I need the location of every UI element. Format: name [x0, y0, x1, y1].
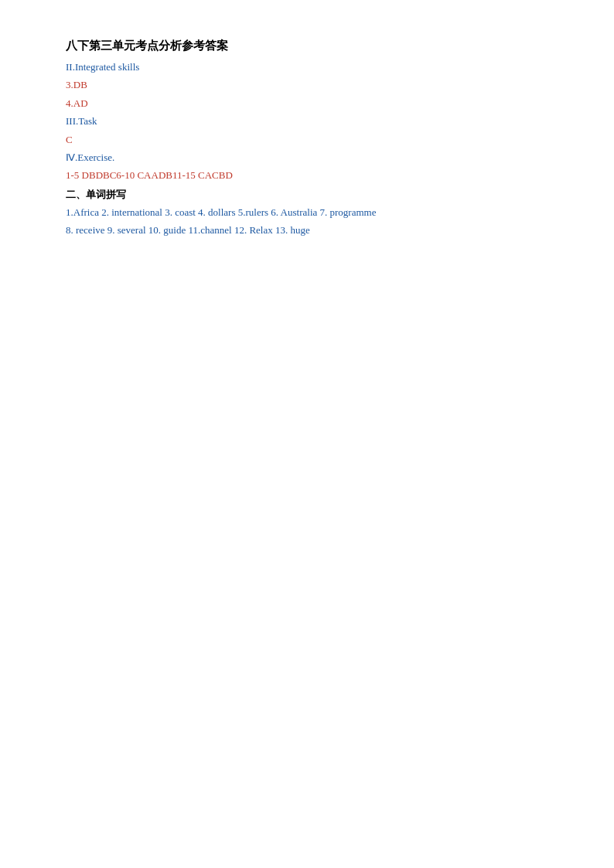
item-answers: 1-5 DBDBC6-10 CAADB11-15 CACBD	[66, 166, 548, 184]
item-3db: 3.DB	[66, 76, 548, 94]
page-content: 八下第三单元考点分析参考答案 II.Integrated skills 3.DB…	[0, 0, 614, 868]
item-c: C	[66, 131, 548, 148]
spelling-row2: 8. receive 9. several 10. guide 11.chann…	[66, 221, 548, 239]
section2-title: 二、单词拼写	[66, 188, 548, 202]
section-iii-label: III.Task	[66, 112, 548, 130]
page-title: 八下第三单元考点分析参考答案	[66, 39, 548, 53]
section-iv-label: Ⅳ.Exercise.	[66, 148, 548, 166]
spelling-row1: 1.Africa 2. international 3. coast 4. do…	[66, 203, 548, 221]
section-ii-label: II.Integrated skills	[66, 58, 548, 76]
item-4ad: 4.AD	[66, 94, 548, 112]
